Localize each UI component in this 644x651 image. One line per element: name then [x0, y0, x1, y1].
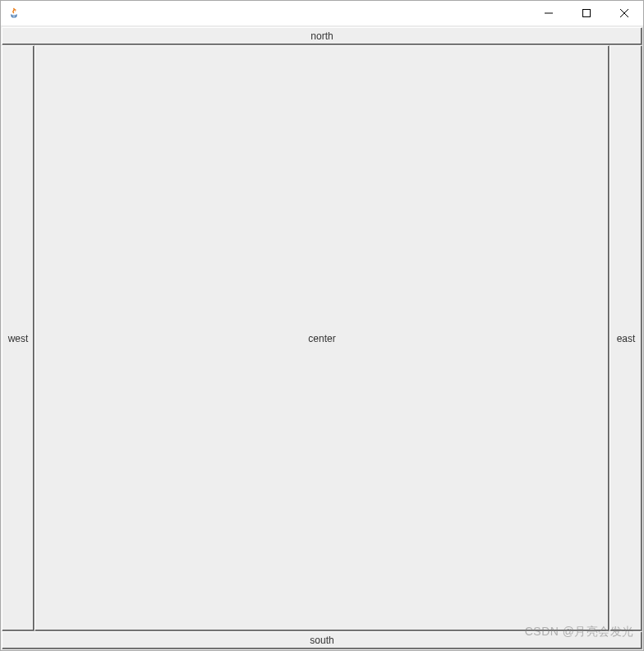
west-button[interactable]: west	[2, 45, 34, 631]
south-label: south	[310, 635, 334, 646]
window-frame: north west center east south	[0, 0, 644, 651]
north-button[interactable]: north	[2, 27, 642, 45]
java-icon	[7, 7, 21, 20]
west-label: west	[8, 333, 29, 344]
svg-rect-1	[583, 10, 591, 17]
east-button[interactable]: east	[610, 45, 642, 631]
east-label: east	[617, 333, 636, 344]
middle-row: west center east	[2, 45, 642, 631]
south-button[interactable]: south	[2, 631, 642, 649]
titlebar[interactable]	[1, 1, 643, 26]
window-controls	[530, 1, 643, 25]
close-button[interactable]	[605, 1, 643, 25]
north-label: north	[310, 30, 333, 42]
minimize-button[interactable]	[530, 1, 568, 25]
content-pane: north west center east south	[1, 26, 643, 650]
maximize-button[interactable]	[568, 1, 605, 25]
center-button[interactable]: center	[34, 45, 610, 631]
titlebar-left	[7, 7, 25, 20]
center-label: center	[308, 333, 335, 344]
